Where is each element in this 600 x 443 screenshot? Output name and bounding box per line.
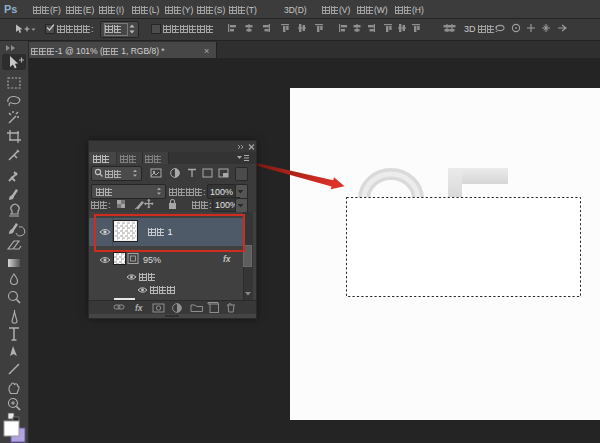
svg-text:fx: fx (135, 303, 144, 313)
